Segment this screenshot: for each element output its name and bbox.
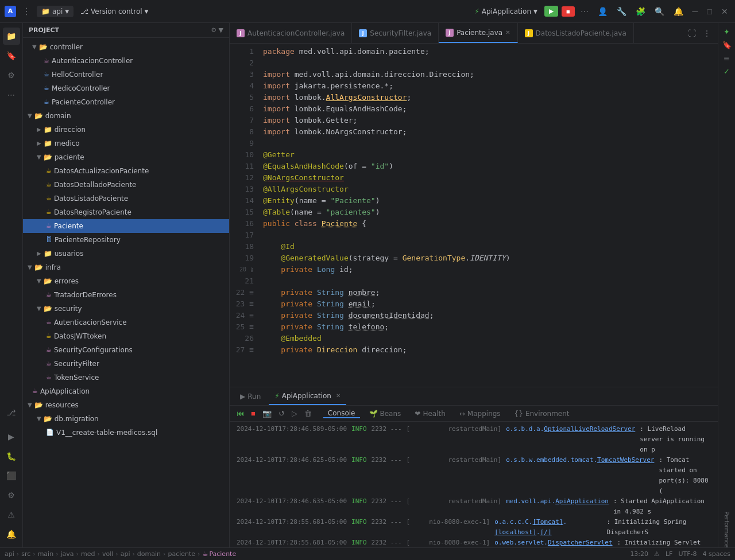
tree-folder-security[interactable]: ▼ 📂 security	[23, 302, 229, 316]
sidebar-git-icon[interactable]: ⎇	[3, 404, 20, 421]
tree-folder-medico[interactable]: ▶ 📁 medico	[23, 137, 229, 150]
tab-bar: J AutenticacionController.java J Securit…	[230, 23, 718, 44]
close-button[interactable]: ✕	[719, 5, 730, 18]
beans-tab[interactable]: 🌱 Beans	[365, 409, 406, 418]
tab-expand-button[interactable]: ⛶	[686, 26, 698, 40]
bottom-tab-close[interactable]: ✕	[336, 392, 341, 399]
sidebar-settings-icon[interactable]: ⚙	[3, 487, 20, 504]
environment-tab[interactable]: {} Environment	[510, 409, 574, 418]
right-icon-ai[interactable]: ✦	[724, 28, 730, 36]
plugins-icon[interactable]: 🧩	[633, 5, 648, 18]
sidebar-run-icon[interactable]: ▶	[3, 428, 20, 445]
status-encoding[interactable]: UTF-8	[678, 550, 697, 558]
tree-file-datos-act[interactable]: ☕ DatosActualizacionPaciente	[23, 164, 229, 178]
tree-file-v1sql[interactable]: 📄 V1__create-table-medicos.sql	[23, 426, 229, 440]
tab-securityfilter[interactable]: J SecurityFilter.java	[352, 23, 439, 43]
tab-datoslistado[interactable]: J DatosListadoPaciente.java	[518, 23, 634, 43]
tree-file-repo[interactable]: 🗄 PacienteRepository	[23, 233, 229, 247]
tree-file-paciente[interactable]: ☕ Paciente	[23, 219, 229, 233]
bottom-tab-apiapp[interactable]: ⚡ ApiApplication ✕	[269, 387, 346, 405]
status-line-ending[interactable]: LF	[666, 550, 672, 558]
menu-dots[interactable]: ⋮	[20, 5, 33, 18]
tree-folder-dbmigration[interactable]: ▼ 📂 db.migration	[23, 412, 229, 426]
tree-file-tratador[interactable]: ☕ TratadorDeErrores	[23, 288, 229, 302]
tab-close-paciente[interactable]: ✕	[505, 29, 510, 36]
tree-file-autenticacion[interactable]: ☕ AutenticacionController	[23, 54, 229, 68]
right-sidebar: ✦ 🔖 ≡ ✓ Performance	[718, 23, 735, 547]
sidebar-notifications2-icon[interactable]: 🔔	[3, 526, 20, 543]
project-selector[interactable]: 📁 api ▼	[37, 6, 74, 17]
sidebar-structure-icon[interactable]: ⚙	[3, 67, 20, 84]
sidebar-more-icon[interactable]: ⋯	[3, 86, 20, 103]
tree-file-paciente-ctrl[interactable]: ☕ PacienteController	[23, 95, 229, 109]
sidebar-terminal-icon[interactable]: ⬛	[3, 467, 20, 484]
camera-button[interactable]: 📷	[260, 408, 274, 419]
notifications-icon[interactable]: 🔔	[671, 5, 686, 18]
tree-folder-infra[interactable]: ▼ 📂 infra	[23, 260, 229, 274]
file-tree-settings[interactable]: ⚙ ▼	[211, 26, 223, 34]
code-view[interactable]: 12345 678910 1112131415 16171819 20 ⚷ 21…	[230, 44, 718, 387]
right-icon-bookmark[interactable]: 🔖	[722, 41, 732, 49]
stop-button[interactable]: ■	[562, 6, 575, 17]
console-tab[interactable]: Console	[323, 409, 360, 418]
right-icon-checkmark[interactable]: ✓	[724, 67, 730, 76]
tab-paciente[interactable]: J Paciente.java ✕	[439, 23, 517, 43]
tree-file-secfilter[interactable]: ☕ SecurityFilter	[23, 357, 229, 371]
tree-folder-resources[interactable]: ▼ 📂 resources	[23, 398, 229, 412]
tree-folder-controller[interactable]: ▼ 📂 controller	[23, 40, 229, 54]
tree-folder-paciente[interactable]: ▼ 📂 paciente	[23, 150, 229, 164]
tree-folder-usuarios[interactable]: ▶ 📁 usuarios	[23, 247, 229, 260]
tree-file-hello[interactable]: ☕ HelloController	[23, 68, 229, 81]
tree-file-datos-list[interactable]: ☕ DatosListadoPaciente	[23, 192, 229, 205]
file-tree-content[interactable]: ▼ 📂 controller ☕ AutenticacionController…	[23, 38, 229, 547]
right-icon-performance[interactable]: Performance	[724, 511, 730, 547]
main-area: 📁 🔖 ⚙ ⋯ ⎇ ▶ 🐛 ⬛ ⚙ ⚠ 🔔 Project ⚙ ▼ ▼ 📂 co…	[0, 23, 735, 547]
rerun-button[interactable]: ⏮	[234, 408, 246, 419]
tree-folder-domain[interactable]: ▼ 📂 domain	[23, 109, 229, 123]
tools-icon[interactable]: 🔧	[614, 5, 629, 18]
minimize-button[interactable]: ─	[690, 5, 701, 18]
tree-file-datosjwt[interactable]: ☕ DatosJWTtoken	[23, 329, 229, 343]
sidebar-alert-icon[interactable]: ⚠	[3, 506, 20, 523]
sidebar-bookmark-icon[interactable]: 🔖	[3, 47, 20, 64]
tree-file-apiapp[interactable]: ☕ ApiApplication	[23, 384, 229, 398]
maximize-button[interactable]: □	[705, 5, 714, 18]
tree-file-datos-det[interactable]: ☕ DatosDetalladoPaciente	[23, 178, 229, 192]
gcollect-button[interactable]: 🗑	[302, 408, 314, 419]
sidebar-debug-icon[interactable]: 🐛	[3, 448, 20, 465]
stop-run-button[interactable]: ■	[249, 408, 258, 419]
tree-file-tokenservice[interactable]: ☕ TokenService	[23, 371, 229, 384]
toolbar-more-button[interactable]: ⋯	[578, 5, 591, 18]
log-line-4: 2024-12-10T17:28:55.681-05:00 INFO 2232 …	[237, 517, 711, 538]
tab-more-button[interactable]: ⋮	[701, 26, 713, 40]
sidebar-project-icon[interactable]: 📁	[3, 28, 20, 45]
code-editor[interactable]: package med.voll.api.domain.paciente; im…	[258, 44, 718, 387]
status-indent[interactable]: 4 spaces	[703, 550, 731, 558]
log-line-5: 2024-12-10T17:28:55.681-05:00 INFO 2232 …	[237, 538, 711, 547]
vcs-button[interactable]: ⎇ Version control ▼	[77, 6, 152, 17]
tree-file-medico[interactable]: ☕ MedicoController	[23, 81, 229, 95]
line-numbers: 12345 678910 1112131415 16171819 20 ⚷ 21…	[230, 44, 258, 387]
tree-file-secconfig[interactable]: ☕ SecurityConfigurations	[23, 343, 229, 357]
bottom-tab-bar: ▶ Run ⚡ ApiApplication ✕	[230, 387, 718, 406]
profile-icon[interactable]: 👤	[595, 5, 610, 18]
top-bar: A ⋮ 📁 api ▼ ⎇ Version control ▼ ⚡ ApiApp…	[0, 0, 735, 23]
log-line-1: 2024-12-10T17:28:46.589-05:00 INFO 2232 …	[237, 424, 711, 455]
search-icon[interactable]: 🔍	[652, 5, 667, 18]
tree-file-autservice[interactable]: ☕ AutenticacionService	[23, 316, 229, 329]
tab-icon-autenticacion: J	[237, 29, 245, 37]
run-button[interactable]: ▶	[544, 6, 558, 17]
right-icon-list[interactable]: ≡	[724, 54, 730, 63]
mappings-tab[interactable]: ↔ Mappings	[455, 409, 505, 418]
reload-button[interactable]: ↺	[276, 408, 287, 419]
console-output: 2024-12-10T17:28:46.589-05:00 INFO 2232 …	[230, 422, 718, 547]
resume-button[interactable]: ▷	[289, 408, 300, 419]
bottom-tab-run[interactable]: ▶ Run	[234, 387, 266, 405]
tree-folder-direccion[interactable]: ▶ 📁 direccion	[23, 123, 229, 137]
app-name-selector[interactable]: ⚡ ApiApplication ▼	[471, 6, 541, 17]
log-line-2: 2024-12-10T17:28:46.625-05:00 INFO 2232 …	[237, 455, 711, 496]
tab-autenticacion[interactable]: J AutenticacionController.java	[230, 23, 352, 43]
health-tab[interactable]: ❤ Health	[410, 409, 450, 418]
tree-file-datos-reg[interactable]: ☕ DatosRegistroPaciente	[23, 205, 229, 219]
tree-folder-errores[interactable]: ▼ 📂 errores	[23, 274, 229, 288]
